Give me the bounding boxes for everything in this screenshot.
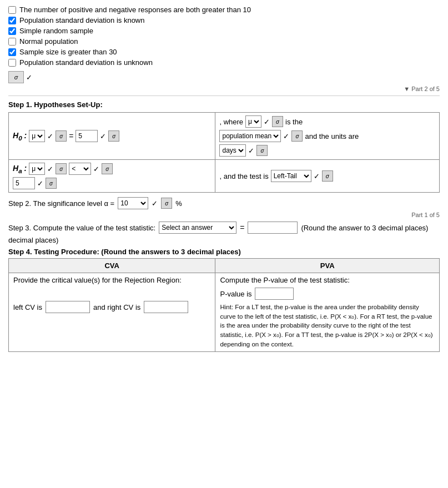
and-test-label: , and the test is: [219, 172, 268, 180]
h0-checkmark2: ✓: [100, 132, 106, 140]
h0-right-cell: , where μ ✓ σ is the population mean ✓ σ…: [215, 113, 440, 160]
submit-button[interactable]: σ: [8, 71, 24, 83]
condition-checkbox-1[interactable]: [8, 6, 16, 14]
ha-op-edit-btn[interactable]: σ: [102, 163, 113, 174]
step1-title: Step 1. Hypotheses Set-Up:: [8, 100, 440, 109]
pva-cell: Compute the P-value of the test statisti…: [215, 273, 440, 352]
h0-variable-select[interactable]: μ: [29, 130, 45, 142]
step3-title: Step 3. Compute the value of the test st…: [8, 224, 155, 232]
h0-row: H0 : μ ✓ σ = ✓ σ: [13, 130, 211, 142]
ha-op-checkmark: ✓: [93, 165, 99, 173]
units-label: and the units are: [305, 132, 359, 140]
hint-text: Hint: For a LT test, the p-value is the …: [220, 303, 435, 349]
days-edit-btn[interactable]: σ: [256, 145, 268, 156]
condition-label-5: Sample size is greater than 30: [19, 48, 117, 56]
alpha-edit-btn[interactable]: σ: [161, 198, 172, 209]
condition-checkbox-4[interactable]: [8, 38, 16, 46]
condition-item-6: Population standard deviation is unknown: [8, 58, 440, 67]
checkmark-text: ✓: [26, 73, 32, 82]
condition-label-6: Population standard deviation is unknown: [19, 58, 153, 67]
is-the-label: is the: [285, 118, 303, 126]
condition-checkbox-3[interactable]: [8, 27, 16, 35]
pop-mean-select[interactable]: population mean: [219, 130, 281, 142]
pvalue-row: P-value is: [220, 288, 435, 300]
ha-operator-select[interactable]: < = > ≠: [69, 163, 91, 175]
condition-label-2: Population standard deviation is known: [19, 16, 144, 24]
where-variable-select[interactable]: μ: [245, 115, 261, 128]
h0-equals: =: [69, 132, 73, 140]
left-cv-input[interactable]: [46, 301, 90, 313]
sigma-icon-tt: σ: [326, 173, 329, 179]
h0-value-input[interactable]: [75, 130, 98, 142]
units-select[interactable]: days: [219, 144, 246, 157]
h0-edit-btn2[interactable]: σ: [108, 130, 119, 142]
condition-label-1: The number of positive and negative resp…: [19, 6, 251, 14]
pop-mean-row: population mean ✓ σ and the units are: [219, 130, 435, 142]
condition-checkbox-2[interactable]: [8, 17, 16, 24]
left-cv-label: left CV is: [13, 303, 42, 311]
h0-symbol: H0 :: [13, 131, 27, 142]
round-note: (Round the answer to 3 decimal places): [301, 224, 428, 232]
ha-right-cell: , and the test is Left-Tail Right-Tail T…: [215, 160, 440, 193]
conditions-list: The number of positive and negative resp…: [8, 6, 440, 67]
test-type-row: , and the test is Left-Tail Right-Tail T…: [219, 170, 435, 182]
cv-bottom-row: left CV is and right CV is: [13, 301, 210, 313]
pop-mean-checkmark: ✓: [283, 132, 289, 140]
test-type-checkmark: ✓: [314, 172, 320, 180]
ha-variable-select[interactable]: μ: [29, 163, 45, 175]
ha-edit-btn[interactable]: σ: [56, 163, 67, 174]
percent-label: %: [175, 199, 182, 208]
alpha-select[interactable]: 10 5 1: [118, 197, 148, 209]
test-stat-select[interactable]: Select an answer z t: [159, 222, 236, 234]
sigma-icon-where: σ: [276, 119, 279, 125]
pvalue-input[interactable]: [255, 288, 294, 300]
equals-label: =: [240, 223, 244, 232]
and-label: and right CV is: [93, 303, 140, 311]
condition-checkbox-6[interactable]: [8, 59, 16, 67]
ha-value-row: ✓ σ: [13, 177, 211, 189]
decimal-note: decimal places): [8, 236, 440, 244]
part-1-label: Part 1 of 5: [8, 212, 440, 218]
part-2-label: ▼ Part 2 of 5: [8, 85, 440, 92]
test-type-select[interactable]: Left-Tail Right-Tail Two-Tail: [271, 170, 311, 182]
ha-value-input[interactable]: [13, 177, 35, 189]
ha-val-checkmark: ✓: [37, 179, 43, 188]
sigma-icon-alpha: σ: [165, 200, 168, 207]
ha-row: Ha : μ ✓ σ < = > ≠ ✓ σ: [13, 163, 211, 175]
step4-table: CVA PVA Provide the critical value(s) fo…: [8, 258, 440, 352]
cva-desc: Provide the critical value(s) for the Re…: [13, 276, 210, 284]
h0-cell: H0 : μ ✓ σ = ✓ σ: [9, 113, 215, 160]
days-checkmark: ✓: [248, 147, 254, 155]
where-checkmark: ✓: [264, 118, 270, 126]
alpha-checkmark: ✓: [152, 199, 158, 208]
cva-cell: Provide the critical value(s) for the Re…: [9, 273, 215, 352]
sigma-icon: σ: [14, 74, 18, 81]
pvalue-label: P-value is: [220, 290, 251, 298]
submit-row: σ ✓: [8, 71, 440, 83]
condition-label-3: Simple random sample: [19, 27, 93, 35]
pop-mean-edit-btn[interactable]: σ: [291, 130, 303, 142]
condition-item-3: Simple random sample: [8, 27, 440, 35]
pva-header: PVA: [215, 259, 440, 273]
step3-row: Step 3. Compute the value of the test st…: [8, 222, 440, 234]
condition-checkbox-5[interactable]: [8, 48, 16, 56]
sigma-icon-h0b: σ: [112, 133, 115, 139]
ha-cell: Ha : μ ✓ σ < = > ≠ ✓ σ: [9, 160, 215, 193]
h0-edit-btn[interactable]: σ: [56, 130, 67, 142]
sigma-icon-ha-val: σ: [49, 180, 53, 187]
right-cv-input[interactable]: [144, 301, 188, 313]
where-label: , where: [219, 118, 243, 126]
hypotheses-table: H0 : μ ✓ σ = ✓ σ , where μ: [8, 112, 440, 193]
sigma-icon-pm: σ: [295, 133, 299, 139]
sigma-icon-ha-op: σ: [105, 166, 109, 172]
test-stat-value-input[interactable]: [248, 222, 298, 234]
pva-desc: Compute the P-value of the test statisti…: [220, 276, 435, 284]
test-type-edit-btn[interactable]: σ: [322, 170, 333, 182]
where-edit-btn[interactable]: σ: [272, 116, 283, 127]
ha-val-edit-btn[interactable]: σ: [46, 178, 57, 189]
cva-header: CVA: [9, 259, 215, 273]
sigma-icon-days: σ: [260, 148, 264, 154]
condition-item-2: Population standard deviation is known: [8, 16, 440, 24]
condition-item-4: Normal population: [8, 37, 440, 46]
step2-row: Step 2. The significance level α = 10 5 …: [8, 197, 440, 209]
